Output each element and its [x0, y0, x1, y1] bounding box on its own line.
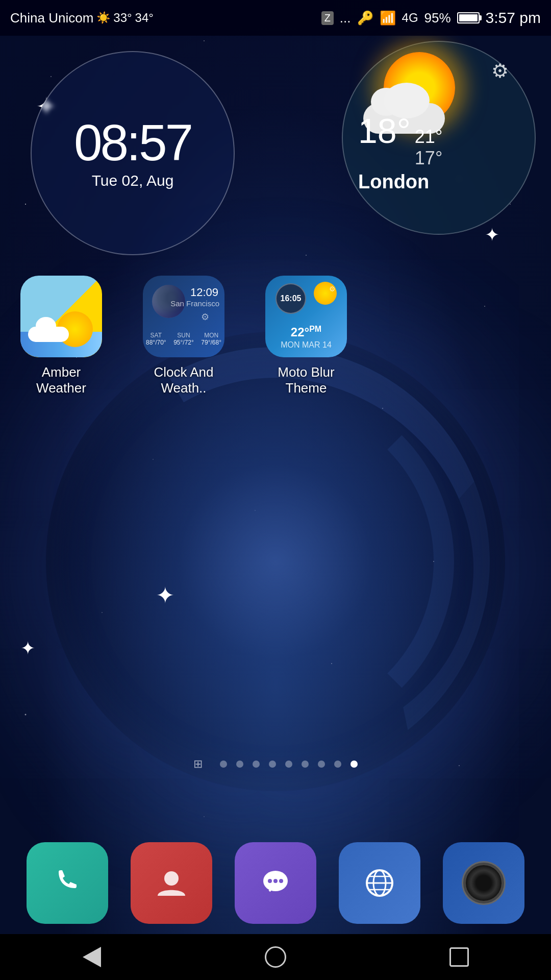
- page-dot-4[interactable]: [269, 761, 276, 768]
- cw-gear-icon: ⚙: [201, 311, 209, 323]
- moto-blur-label: Moto Blur Theme: [265, 364, 347, 396]
- svg-point-0: [164, 871, 179, 886]
- home-button[interactable]: [255, 937, 296, 977]
- navigation-bar: [0, 934, 551, 980]
- cw-weather-row: SAT 88°/70° SUN 95°/72° MON 79°/68°: [146, 332, 221, 346]
- weather-temp-high: 21°: [415, 126, 442, 148]
- moto-blur-icon: 16:05 ⚙ 22°PM MON MAR 14: [265, 276, 347, 357]
- status-time: 3:57 pm: [486, 9, 541, 27]
- amber-cloud-small: [28, 319, 74, 342]
- page-dot-7[interactable]: [318, 761, 325, 768]
- back-button[interactable]: [71, 937, 112, 977]
- clock-weather-label: Clock And Weath..: [143, 364, 224, 396]
- app-moto-blur[interactable]: 16:05 ⚙ 22°PM MON MAR 14 Moto Blur Theme: [265, 276, 347, 396]
- dock: [0, 832, 551, 934]
- dock-browser[interactable]: [339, 842, 420, 924]
- weather-info: 18° 21° 17° London: [358, 111, 442, 193]
- clock-weather-app-icon: 12:09 San Francisco ⚙ SAT 88°/70° SUN 95…: [143, 276, 224, 357]
- weather-temp-main: 18°: [358, 111, 411, 151]
- app-clock-weather[interactable]: 12:09 San Francisco ⚙ SAT 88°/70° SUN 95…: [143, 276, 224, 396]
- moto-clock-face: 16:05: [276, 283, 306, 314]
- sparkle-decoration: ✦: [20, 638, 35, 658]
- page-dot-5[interactable]: [285, 761, 292, 768]
- svg-point-3: [273, 879, 278, 883]
- dock-messages[interactable]: [235, 842, 316, 924]
- notif-dots: ...: [340, 10, 351, 26]
- sparkle-decoration: ✦: [156, 582, 175, 609]
- svg-point-4: [279, 879, 283, 883]
- apps-row: Amber Weather 12:09 San Francisco ⚙ SAT …: [0, 276, 551, 396]
- key-icon: 🔑: [357, 10, 373, 26]
- wifi-icon: 📶: [380, 10, 396, 26]
- amber-weather-label: Amber Weather: [20, 364, 102, 396]
- moto-gear-icon: ⚙: [329, 285, 336, 293]
- carrier-text: China Unicom ☀️ 33° 34°: [10, 10, 154, 26]
- browser-icon: [361, 864, 399, 902]
- recents-button[interactable]: [439, 937, 480, 977]
- camera-lens-icon: [463, 863, 504, 903]
- signal-icon: 4G: [402, 11, 418, 25]
- page-dot-9-active[interactable]: [350, 761, 358, 768]
- status-bar: China Unicom ☀️ 33° 34° Z ... 🔑 📶 4G 95%…: [0, 0, 551, 36]
- settings-button[interactable]: ⚙: [491, 60, 517, 85]
- cw-time: 12:09: [190, 286, 218, 299]
- widgets-area: 08:57 Tue 02, Aug ⚙ 18° 21° 17° London: [0, 41, 551, 306]
- weather-temp-low: 17°: [415, 148, 442, 169]
- messages-icon: [257, 864, 295, 902]
- moto-date: MON MAR 14: [281, 340, 332, 350]
- page-dot-3[interactable]: [253, 761, 260, 768]
- battery-percent: 95%: [424, 10, 451, 26]
- phone-icon: [48, 864, 87, 902]
- notif-z-icon: Z: [321, 11, 334, 25]
- cw-location: San Francisco: [170, 299, 219, 308]
- page-dot-8[interactable]: [334, 761, 341, 768]
- page-dot-6[interactable]: [302, 761, 309, 768]
- dock-phone[interactable]: [27, 842, 108, 924]
- amber-weather-icon: [20, 276, 102, 357]
- clock-date: Tue 02, Aug: [92, 172, 174, 189]
- contacts-icon: [153, 864, 191, 902]
- status-right: Z ... 🔑 📶 4G 95% 3:57 pm: [321, 9, 541, 27]
- dock-contacts[interactable]: [131, 842, 212, 924]
- weather-widget[interactable]: ⚙ 18° 21° 17° London: [342, 41, 536, 235]
- grid-icon[interactable]: ⊞: [193, 757, 207, 771]
- weather-city: London: [358, 171, 442, 193]
- app-amber-weather[interactable]: Amber Weather: [20, 276, 102, 396]
- svg-point-2: [268, 879, 272, 883]
- page-dots: ⊞: [0, 757, 551, 771]
- clock-time: 08:57: [74, 117, 191, 168]
- page-dot-1[interactable]: [220, 761, 227, 768]
- dock-camera[interactable]: [443, 842, 524, 924]
- battery-icon: [457, 12, 480, 23]
- clock-widget[interactable]: 08:57 Tue 02, Aug: [31, 51, 235, 255]
- moto-temp: 22°PM: [291, 325, 321, 339]
- page-dot-2[interactable]: [236, 761, 243, 768]
